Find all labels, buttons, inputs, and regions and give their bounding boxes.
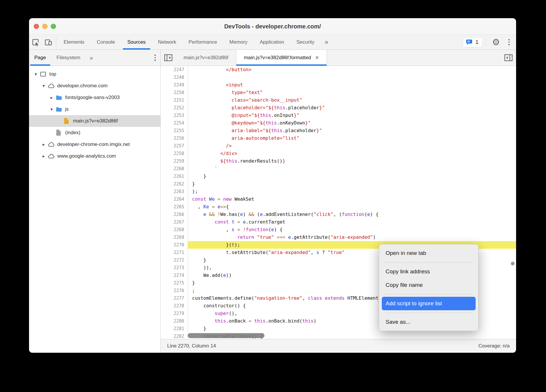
code-line[interactable]: aria-label="${this.placeholder}" <box>188 127 516 134</box>
inspect-icon[interactable] <box>29 35 42 50</box>
settings-gear-icon[interactable]: ⚙ <box>490 38 503 47</box>
editor-tab-main-js-v-e382d86f-formatted[interactable]: main.js?v=e382d86f:formatted× <box>236 50 327 66</box>
code-line[interactable]: aria-autocomplete="list" <box>188 134 516 142</box>
tree-item-developer-chrome-com[interactable]: ▾developer.chrome.com <box>29 80 160 92</box>
kebab-menu-icon[interactable] <box>506 37 513 47</box>
tree-item-js[interactable]: ▾js <box>29 103 160 115</box>
toolbar-tab-performance[interactable]: Performance <box>182 35 223 50</box>
toolbar-tab-memory[interactable]: Memory <box>223 35 253 50</box>
kebab-menu-icon[interactable] <box>152 53 159 63</box>
menu-item-add-script-to-ignore-list[interactable]: Add script to ignore list <box>382 297 476 310</box>
device-toolbar-icon[interactable] <box>42 35 55 50</box>
editor-tab-main-js-v-e382d86f[interactable]: main.js?v=e382d86f <box>176 50 236 66</box>
code-line[interactable]: return "true" === e.getAttribute("aria-e… <box>188 234 516 241</box>
tree-item-index[interactable]: (index) <box>29 127 160 139</box>
line-number[interactable]: 2261 <box>161 173 188 180</box>
line-number[interactable]: 2274 <box>161 272 188 279</box>
code-line[interactable]: type="text" <box>188 89 516 96</box>
code-line[interactable]: } <box>188 173 516 180</box>
line-number[interactable]: 2280 <box>161 317 188 325</box>
line-number[interactable]: 2278 <box>161 302 188 310</box>
right-panel-toggle-icon[interactable] <box>501 50 516 66</box>
menu-item-save-as[interactable]: Save as... <box>382 315 476 329</box>
line-number[interactable]: 2254 <box>161 119 188 127</box>
toolbar-tab-sources[interactable]: Sources <box>121 35 152 50</box>
code-line[interactable]: @keydown="${this.onKeyDown}" <box>188 119 516 127</box>
code-line[interactable]: <input <box>188 81 516 89</box>
tree-item-main-js-v-e382d86f[interactable]: main.js?v=e382d86f <box>29 115 160 127</box>
line-number[interactable]: 2252 <box>161 104 188 112</box>
line-number[interactable]: 2267 <box>161 218 188 226</box>
chevron-double-icon[interactable]: » <box>321 35 332 50</box>
code-line[interactable] <box>188 74 516 81</box>
code-line[interactable]: } <box>188 180 516 188</box>
tab-filesystem[interactable]: Filesystem <box>51 50 86 66</box>
line-number[interactable]: 2273 <box>161 264 188 272</box>
toolbar-tab-console[interactable]: Console <box>91 35 121 50</box>
tree-item-fonts-google-sans-v2003[interactable]: ▸fonts/google-sans-v2003 <box>29 92 160 103</box>
triangle-right-icon[interactable]: ▸ <box>40 142 48 147</box>
tree-item-developer-chrome-com-imgix-net[interactable]: ▸developer-chrome-com.imgix.net <box>29 139 160 150</box>
line-number[interactable]: 2248 <box>161 74 188 81</box>
tree-item-www-google-analytics-com[interactable]: ▸www.google-analytics.com <box>29 150 160 162</box>
line-number[interactable]: 2279 <box>161 310 188 317</box>
code-line[interactable]: const t = e.currentTarget <box>188 218 516 226</box>
toolbar-tab-network[interactable]: Network <box>152 35 182 50</box>
code-line[interactable]: placeholder="${this.placeholder}" <box>188 104 516 112</box>
code-line[interactable]: ${this.renderResults()} <box>188 157 516 165</box>
line-number[interactable]: 2272 <box>161 256 188 264</box>
line-number[interactable]: 2262 <box>161 180 188 188</box>
code-line[interactable]: class="search-box__input" <box>188 96 516 104</box>
toolbar-tab-elements[interactable]: Elements <box>57 35 91 50</box>
line-number[interactable]: 2268 <box>161 226 188 234</box>
menu-item-copy-link-address[interactable]: Copy link address <box>382 265 476 278</box>
line-number[interactable]: 2263 <box>161 188 188 195</box>
line-number[interactable]: 2258 <box>161 150 188 157</box>
close-window-button[interactable] <box>34 24 39 29</box>
close-icon[interactable]: × <box>315 54 319 61</box>
line-number[interactable]: 2271 <box>161 249 188 256</box>
line-number[interactable]: 2275 <box>161 279 188 287</box>
zoom-window-button[interactable] <box>51 24 56 29</box>
triangle-right-icon[interactable]: ▸ <box>40 154 48 159</box>
menu-item-open-in-new-tab[interactable]: Open in new tab <box>382 246 476 260</box>
line-number[interactable]: 2260 <box>161 165 188 173</box>
triangle-down-icon[interactable]: ▾ <box>48 107 55 112</box>
line-number[interactable]: 2276 <box>161 287 188 294</box>
line-number[interactable]: 2257 <box>161 142 188 150</box>
vertical-scrollbar-thumb[interactable] <box>511 262 515 265</box>
line-number[interactable]: 2282 <box>161 333 188 340</box>
line-number[interactable]: 2255 <box>161 127 188 134</box>
line-number[interactable]: 2265 <box>161 203 188 211</box>
line-number[interactable]: 2253 <box>161 112 188 119</box>
line-number[interactable]: 2277 <box>161 294 188 302</box>
code-line[interactable]: ` <box>188 165 516 173</box>
line-number[interactable]: 2259 <box>161 157 188 165</box>
code-line[interactable]: e && !We.has(e) && (e.addEventListener("… <box>188 211 516 218</box>
triangle-right-icon[interactable]: ▸ <box>48 95 55 100</box>
code-line[interactable]: /> <box>188 142 516 150</box>
tab-page[interactable]: Page <box>29 50 51 66</box>
code-line[interactable]: @input="${this.onInput}" <box>188 112 516 119</box>
line-number[interactable]: 2256 <box>161 134 188 142</box>
code-line[interactable]: ); <box>188 188 516 195</box>
line-number[interactable]: 2249 <box>161 81 188 89</box>
left-panel-toggle-icon[interactable] <box>161 50 176 66</box>
code-line[interactable]: , Ke = e=>{ <box>188 203 516 211</box>
menu-item-copy-file-name[interactable]: Copy file name <box>382 278 476 292</box>
code-line[interactable]: </button> <box>188 66 516 74</box>
triangle-down-icon[interactable]: ▾ <box>32 71 40 77</box>
code-line[interactable]: </div> <box>188 150 516 157</box>
code-line[interactable]: const We = new WeakSet <box>188 195 516 203</box>
line-number[interactable]: 2270 <box>161 241 188 249</box>
tree-item-top[interactable]: ▾top <box>29 68 160 80</box>
minimize-window-button[interactable] <box>42 24 48 29</box>
chevron-double-icon[interactable]: » <box>86 50 97 66</box>
line-number[interactable]: 2281 <box>161 325 188 333</box>
code-line[interactable]: , s = !function(e) { <box>188 226 516 234</box>
triangle-down-icon[interactable]: ▾ <box>40 83 48 88</box>
line-number[interactable]: 2264 <box>161 195 188 203</box>
horizontal-scrollbar-thumb[interactable] <box>188 333 264 338</box>
line-number[interactable]: 2266 <box>161 211 188 218</box>
toolbar-tab-security[interactable]: Security <box>290 35 321 50</box>
